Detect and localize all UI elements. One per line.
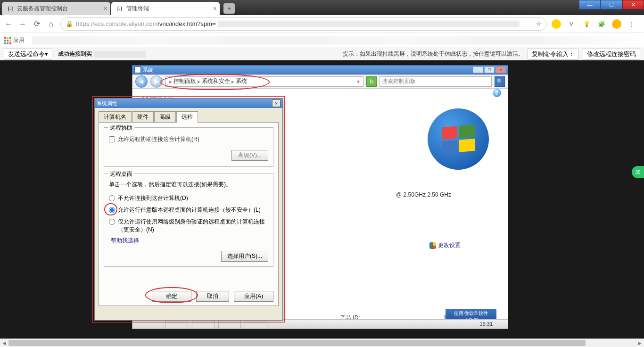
explorer-search-button[interactable]: 🔍 [495,76,505,87]
sleep-hint: 提示：如果出现持续黑屏，说明系统处于休眠状态，按任意键可以激活。 [343,50,524,58]
dialog-title: 系统属性 [97,100,117,107]
extension-yellow-dot-icon[interactable] [552,19,561,29]
chevron-right-icon: ▸ [198,78,200,85]
rd-option-allow-any[interactable]: 允许运行任意版本远程桌面的计算机连接（较不安全）(L) [109,206,268,214]
genuine-line1: 使用 微软® 软件 [454,310,488,317]
browser-tabstrip: [-] 云服务器管理控制台 × [-] 管理终端 × + — ☐ ✕ [0,0,644,15]
rd-option-deny[interactable]: 不允许连接到这台计算机(D) [109,194,268,202]
browser-tab-ecs[interactable]: [-] 云服务器管理控制台 × [2,2,110,15]
nav-back-button[interactable]: ← [4,19,13,29]
browser-navbar: ← → ⟳ ⌂ 🔒 https://ecs.console.aliyun.com… [0,15,644,33]
taskbar-item[interactable] [165,320,188,328]
select-users-button[interactable]: 选择用户(S)... [221,251,268,262]
rd-option-allow-nla[interactable]: 仅允许运行使用网络级别身份验证的远程桌面的计算机连接（更安全）(N) [109,218,268,234]
vnc-canvas[interactable]: 系统 _ □ × ◄ ► ▸ 控制面板 ▸ 系统和安全 ▸ 系统 ▾ [0,60,644,339]
explorer-back-button[interactable]: ◄ [135,75,148,88]
plus-icon: + [227,5,231,12]
taskbar-item[interactable] [192,320,215,328]
connection-status-prefix: 成功连接到实 [58,50,92,58]
ok-button[interactable]: 确定 [152,291,191,302]
dialog-tabs: 计算机名 硬件 高级 远程 [95,108,282,122]
taskbar-items [165,320,267,328]
help-me-choose-link[interactable]: 帮助我选择 [111,237,139,245]
radio-label: 不允许连接到这台计算机(D) [118,194,188,202]
checkbox-input[interactable] [109,136,115,142]
url-blurred-tail [218,21,520,27]
profile-avatar-icon[interactable] [612,19,621,29]
page-horizontal-scrollbar[interactable]: ◄ ► [0,339,644,347]
taskbar-clock: 15:31 [479,321,493,327]
change-settings-link[interactable]: 更改设置 [429,241,461,249]
bc-system[interactable]: 系统 [236,77,247,85]
radio-input[interactable] [109,195,115,201]
new-tab-button[interactable]: + [223,3,235,14]
assist-advanced-button[interactable]: 高级(V)... [231,150,268,161]
radio-input[interactable] [109,207,115,213]
nav-reload-button[interactable]: ⟳ [32,19,41,29]
windows-taskbar[interactable]: 15:31 [132,319,508,329]
win-maximize-button[interactable]: □ [484,66,495,73]
connection-status-blurred [94,51,146,58]
browser-tab-vnc[interactable]: [-] 管理终端 × [111,2,220,15]
window-icon [134,66,141,73]
extension-bulb-icon[interactable]: 💡 [582,19,591,29]
address-bar[interactable]: 🔒 https://ecs.console.aliyun.com/vnc/ind… [60,17,547,31]
win-minimize-button[interactable]: _ [473,66,483,73]
bookmarks-bar: 应用 [0,33,644,48]
dialog-close-button[interactable]: × [272,99,281,107]
side-badge[interactable]: 35 [632,166,644,178]
scroll-thumb[interactable] [8,340,586,346]
nav-forward-button[interactable]: → [18,19,27,29]
apply-button[interactable]: 应用(A) [234,291,273,302]
dialog-titlebar[interactable]: 系统属性 × [95,99,282,108]
tab-close-icon[interactable]: × [104,5,107,12]
shield-icon [429,242,436,249]
remote-assist-group: 远程协助 允许远程协助连接这台计算机(R) 高级(V)... [104,127,273,167]
win-close-button[interactable]: × [495,66,506,73]
explorer-forward-button[interactable]: ► [150,75,163,88]
tab-remote[interactable]: 远程 [176,111,198,123]
tab-advanced[interactable]: 高级 [154,111,176,123]
tab-computer-name[interactable]: 计算机名 [99,111,132,123]
taskbar-item[interactable] [245,320,267,328]
copy-cmd-input-button[interactable]: 复制命令输入： [528,49,579,60]
browser-menu-button[interactable]: ⋮ [627,19,636,29]
radio-input[interactable] [109,219,115,225]
taskbar-item[interactable] [218,320,241,328]
url-path: /vnc/index.htm?spm= [157,20,215,27]
tab-close-icon[interactable]: × [213,5,217,12]
window-maximize-button[interactable]: ☐ [601,0,622,9]
bookmark-star-icon[interactable]: ☆ [536,20,542,27]
maximize-icon: ☐ [609,2,614,8]
bc-control-panel[interactable]: 控制面板 [173,77,196,85]
aliyun-vnc-toolbar: 发送远程命令▾ 成功连接到实 提示：如果出现持续黑屏，说明系统处于休眠状态，按任… [0,48,644,60]
tab-hardware[interactable]: 硬件 [132,111,154,123]
extension-puzzle-icon[interactable]: 🧩 [597,19,606,29]
send-remote-cmd-button[interactable]: 发送远程命令▾ [4,49,52,60]
search-placeholder: 搜索控制面板 [382,77,416,85]
group-title-remote-assist: 远程协助 [108,124,134,132]
allow-remote-assist-checkbox[interactable]: 允许远程协助连接这台计算机(R) [109,135,268,143]
windows-logo [428,108,489,170]
change-vnc-password-button[interactable]: 修改远程连接密码 [583,49,640,60]
scroll-track[interactable] [8,339,636,347]
explorer-search-input[interactable]: 搜索控制面板 [380,76,492,87]
remote-desktop-group: 远程桌面 单击一个选项，然后指定谁可以连接(如果需要)。 不允许连接到这台计算机… [104,174,273,267]
system-properties-dialog: 系统属性 × 计算机名 硬件 高级 远程 远程协助 允许远程协助连接这台计算机(… [94,98,283,321]
bc-system-security[interactable]: 系统和安全 [202,77,230,85]
nav-home-button[interactable]: ⌂ [46,19,56,29]
radio-label: 仅允许运行使用网络级别身份验证的远程桌面的计算机连接（更安全）(N) [118,218,268,234]
extension-v-icon[interactable]: V [567,19,576,29]
window-minimize-button[interactable]: — [579,0,601,9]
explorer-navbar: ◄ ► ▸ 控制面板 ▸ 系统和安全 ▸ 系统 ▾ ↻ 搜索控制面板 🔍 [132,74,508,89]
explorer-breadcrumb[interactable]: ▸ 控制面板 ▸ 系统和安全 ▸ 系统 ▾ [165,76,363,87]
apps-shortcut[interactable]: 应用 [4,36,25,44]
cpu-freq-text: @ 2.50GHz 2.50 GHz [396,191,451,198]
scroll-right-arrow-icon[interactable]: ► [636,339,644,347]
window-close-button[interactable]: ✕ [622,0,644,9]
system-window-titlebar[interactable]: 系统 _ □ × [132,65,508,74]
explorer-refresh-button[interactable]: ↻ [366,76,377,87]
scroll-left-arrow-icon[interactable]: ◄ [0,339,8,347]
cancel-button[interactable]: 取消 [196,291,229,302]
chevron-down-icon[interactable]: ▾ [357,78,360,85]
